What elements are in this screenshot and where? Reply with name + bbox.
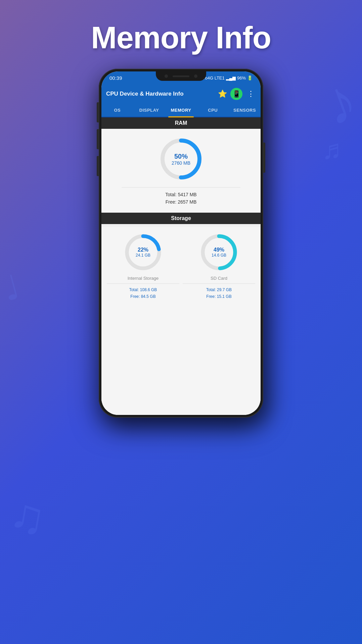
whatsapp-icon: 📱: [232, 90, 241, 98]
sdcard-percent: 49%: [212, 247, 226, 253]
ram-percent: 50%: [172, 153, 190, 160]
tab-os-label: OS: [114, 108, 121, 113]
sdcard-label: SD Card: [211, 276, 227, 281]
storage-section-header: Storage: [101, 213, 261, 224]
content-area: RAM 50% 2760 MB: [101, 117, 261, 415]
tab-sensors[interactable]: SENSORS: [229, 104, 261, 117]
star-icon[interactable]: ⭐: [218, 90, 227, 98]
ram-free: Free: 2657 MB: [165, 198, 196, 206]
ram-section-header: RAM: [101, 117, 261, 129]
phone-notch: [156, 71, 206, 81]
battery-indicator: 96%: [237, 75, 246, 80]
tab-os[interactable]: OS: [101, 104, 133, 117]
sdcard-storage-card: 49% 14.6 GB SD Card Total: 29.7 GB Free:…: [183, 232, 255, 300]
app-bar: CPU Device & Hardware Info ⭐ 📱 ⋮: [101, 84, 261, 104]
page-title: Memory Info: [91, 20, 271, 55]
ram-header-text: RAM: [175, 120, 187, 126]
internal-donut-center: 22% 24.1 GB: [136, 247, 150, 258]
tab-sensors-label: SENSORS: [233, 108, 256, 113]
sdcard-value: 14.6 GB: [212, 253, 226, 258]
ram-stats: Total: 5417 MB Free: 2657 MB: [165, 191, 196, 206]
bottom-empty-area: [101, 306, 261, 415]
internal-value: 24.1 GB: [136, 253, 150, 258]
camera-dot: [165, 74, 168, 78]
tab-display-label: DISPLAY: [139, 108, 159, 113]
status-icons: Vo4G LTE1 ▂▄▆ 96% 🔋: [202, 75, 253, 80]
tab-cpu-label: CPU: [208, 108, 218, 113]
speaker-bar: [173, 75, 189, 77]
phone-mockup: 00:39 Vo4G LTE1 ▂▄▆ 96% 🔋 CPU Device & H…: [99, 69, 263, 418]
status-time: 00:39: [109, 75, 122, 81]
internal-free: Free: 84.5 GB: [129, 293, 157, 300]
ram-donut-container: 50% 2760 MB: [157, 136, 205, 182]
internal-stats: Total: 108.6 GB Free: 84.5 GB: [129, 286, 157, 300]
internal-total: Total: 108.6 GB: [129, 286, 157, 293]
signal-bars: ▂▄▆: [226, 75, 236, 80]
sdcard-divider: [183, 283, 255, 284]
ram-divider: [122, 187, 240, 187]
internal-donut-container: 22% 24.1 GB: [123, 232, 163, 272]
sdcard-free: Free: 15.1 GB: [206, 293, 232, 300]
phone-screen: 00:39 Vo4G LTE1 ▂▄▆ 96% 🔋 CPU Device & H…: [101, 71, 261, 415]
sdcard-donut-container: 49% 14.6 GB: [199, 232, 239, 272]
internal-storage-card: 22% 24.1 GB Internal Storage Total: 108.…: [107, 232, 179, 300]
ram-section: 50% 2760 MB Total: 5417 MB Free: 2657 MB: [101, 129, 261, 213]
bg-decoration-1: ♪: [314, 64, 362, 140]
camera-dot-2: [194, 74, 197, 78]
whatsapp-button[interactable]: 📱: [230, 88, 242, 100]
more-options-icon[interactable]: ⋮: [246, 88, 256, 100]
internal-percent: 22%: [136, 247, 150, 253]
sdcard-stats: Total: 29.7 GB Free: 15.1 GB: [206, 286, 232, 300]
storage-header-text: Storage: [171, 215, 191, 221]
internal-divider: [107, 283, 179, 284]
tab-bar: OS DISPLAY MEMORY CPU SENSORS: [101, 104, 261, 117]
app-bar-title: CPU Device & Hardware Info: [106, 91, 215, 97]
ram-donut-center: 50% 2760 MB: [172, 153, 190, 166]
bg-decoration-3: ♩: [0, 267, 24, 309]
bg-decoration-4: ♬: [322, 134, 342, 165]
tab-memory-label: MEMORY: [171, 108, 191, 113]
sdcard-total: Total: 29.7 GB: [206, 286, 232, 293]
battery-icon: 🔋: [247, 75, 253, 80]
tab-cpu[interactable]: CPU: [197, 104, 229, 117]
bg-decoration-2: ♫: [6, 486, 50, 546]
tab-display[interactable]: DISPLAY: [133, 104, 165, 117]
sdcard-donut-center: 49% 14.6 GB: [212, 247, 226, 258]
ram-total: Total: 5417 MB: [165, 191, 196, 198]
internal-storage-label: Internal Storage: [128, 276, 159, 281]
storage-section: 22% 24.1 GB Internal Storage Total: 108.…: [101, 227, 261, 306]
phone-outer: 00:39 Vo4G LTE1 ▂▄▆ 96% 🔋 CPU Device & H…: [99, 69, 263, 418]
tab-memory[interactable]: MEMORY: [165, 104, 197, 117]
ram-used-value: 2760 MB: [172, 160, 190, 166]
